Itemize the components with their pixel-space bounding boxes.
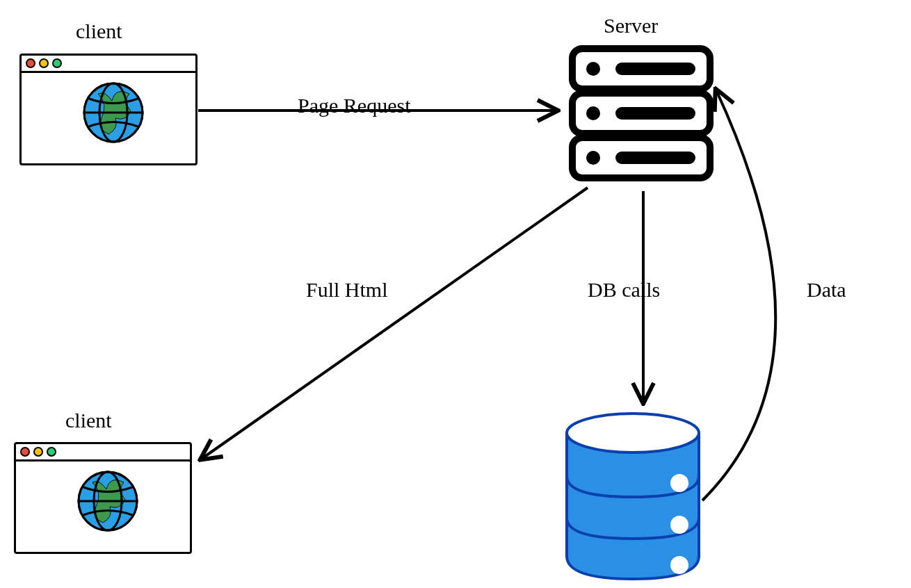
server-label: Server [604, 14, 658, 38]
client-bottom-label: client [65, 409, 112, 432]
window-close-icon [20, 447, 30, 457]
page-request-label: Page Request [298, 94, 410, 117]
window-minimize-icon [39, 58, 49, 68]
svg-point-7 [586, 62, 600, 76]
client-top-label: client [76, 19, 122, 43]
svg-point-16 [670, 556, 688, 574]
globe-icon [81, 80, 147, 146]
window-close-icon [26, 58, 35, 68]
client-top-browser [19, 54, 197, 165]
window-maximize-icon [47, 447, 56, 457]
browser-titlebar [16, 444, 190, 462]
svg-point-8 [586, 106, 600, 120]
window-minimize-icon [33, 447, 43, 457]
db-calls-label: DB calls [588, 278, 660, 302]
svg-rect-10 [615, 63, 695, 75]
edge-full-html [202, 188, 588, 459]
svg-point-13 [567, 414, 699, 452]
svg-point-9 [586, 151, 600, 165]
svg-point-15 [670, 516, 688, 534]
window-maximize-icon [52, 58, 62, 68]
svg-rect-11 [615, 107, 695, 120]
globe-icon [75, 468, 141, 534]
client-bottom-browser [14, 442, 192, 554]
browser-titlebar [22, 56, 195, 73]
server-icon [567, 43, 716, 186]
diagram-stage: client Server [0, 0, 911, 588]
database-icon [560, 407, 706, 587]
svg-point-14 [670, 474, 688, 492]
data-label: Data [807, 278, 846, 302]
svg-rect-12 [615, 152, 695, 164]
full-html-label: Full Html [306, 278, 388, 302]
